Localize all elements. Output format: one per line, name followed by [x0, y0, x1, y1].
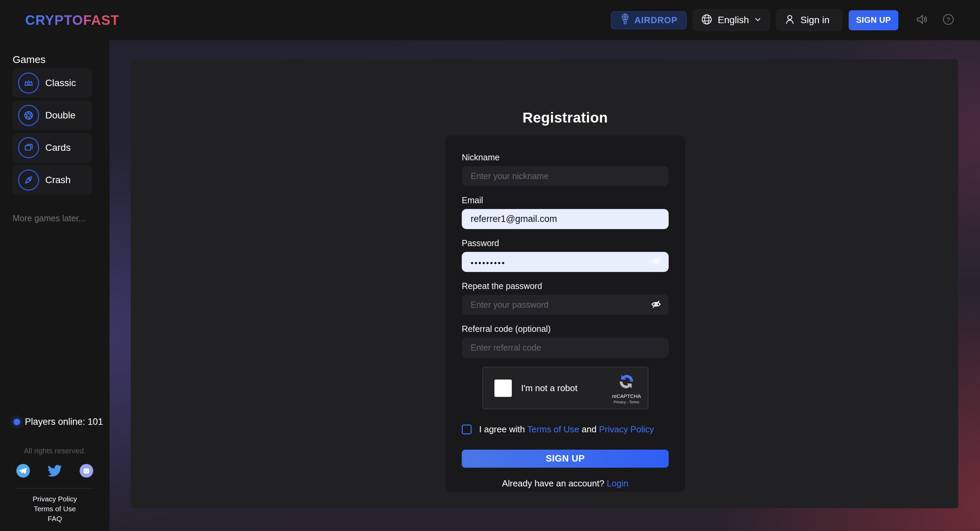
sidebar-item-label: Crash [45, 175, 71, 185]
email-group: Email [462, 195, 669, 229]
page-title: Registration [522, 110, 608, 126]
eye-off-icon[interactable] [650, 256, 662, 269]
recaptcha-privacy-terms[interactable]: Privacy - Terms [612, 400, 641, 404]
login-prompt: Already have an account? [502, 478, 607, 488]
header-actions: AIRDROP English [611, 9, 955, 31]
nickname-label: Nickname [462, 153, 669, 163]
password-field[interactable] [462, 252, 669, 272]
sidebar-item-crash[interactable]: Crash [13, 166, 92, 195]
privacy-policy-link[interactable]: Privacy Policy [0, 494, 110, 504]
players-online-label: Players online: 101 [25, 417, 103, 427]
sign-up-submit-button[interactable]: SIGN UP [462, 450, 669, 468]
password-group: Password [462, 238, 669, 272]
sidebar: Games Classic Double Cards [0, 40, 110, 531]
brand-part2: FAST [83, 13, 119, 27]
agree-prefix: I agree with [479, 424, 527, 434]
repeat-password-label: Repeat the password [462, 281, 669, 291]
recaptcha-brand: reCAPTCHA [612, 393, 641, 399]
globe-icon [701, 13, 713, 27]
sidebar-item-label: Classic [45, 78, 76, 88]
email-field[interactable] [462, 209, 669, 229]
sidebar-item-label: Cards [45, 142, 71, 153]
agree-text: I agree with Terms of Use and Privacy Po… [479, 424, 654, 435]
user-icon [784, 14, 795, 27]
language-label: English [718, 14, 749, 26]
help-icon[interactable]: ? [942, 13, 955, 27]
sidebar-item-classic[interactable]: Classic [13, 69, 92, 98]
rocket-icon [18, 169, 39, 191]
registration-card: Nickname Email Password [445, 136, 685, 492]
recaptcha-label: I'm not a robot [521, 383, 578, 394]
language-selector[interactable]: English [692, 9, 770, 31]
email-label: Email [462, 195, 669, 205]
sign-in-label: Sign in [800, 14, 830, 26]
agree-checkbox[interactable] [462, 424, 472, 434]
games-heading: Games [13, 54, 110, 65]
airdrop-button[interactable]: AIRDROP [611, 11, 687, 29]
rights-reserved: All rights reserved. [0, 446, 110, 455]
chip-icon [18, 105, 39, 126]
repeat-password-field[interactable] [462, 295, 669, 315]
nickname-input[interactable] [462, 166, 669, 186]
sidebar-divider [16, 488, 94, 488]
chevron-down-icon [754, 15, 762, 25]
social-links [0, 464, 110, 479]
players-online: Players online: 101 [14, 417, 110, 427]
cards-icon [18, 137, 39, 158]
nickname-group: Nickname [462, 153, 669, 186]
faq-link[interactable]: FAQ [0, 513, 110, 523]
top-bar: CRYPTOFAST AIRDROP English [0, 0, 980, 40]
recaptcha-logo-icon [617, 386, 636, 392]
recaptcha-checkbox[interactable] [495, 380, 512, 397]
recaptcha-brand-block: reCAPTCHA Privacy - Terms [612, 372, 641, 404]
terms-of-use-link[interactable]: Terms of Use [0, 504, 110, 513]
login-line: Already have an account? Login [462, 478, 669, 489]
sidebar-links: Privacy Policy Terms of Use FAQ [0, 494, 110, 523]
telegram-icon[interactable] [16, 464, 30, 479]
sidebar-footer: Players online: 101 All rights reserved. [0, 417, 110, 531]
brand-logo[interactable]: CRYPTOFAST [25, 13, 119, 28]
repeat-password-group: Repeat the password [462, 281, 669, 315]
eye-off-icon[interactable] [650, 298, 662, 311]
terms-of-use-link[interactable]: Terms of Use [527, 424, 579, 434]
sound-icon[interactable] [915, 13, 929, 27]
brand-part1: CRYPTO [25, 13, 83, 27]
main-content: Registration Nickname Email Password [110, 40, 980, 531]
password-label: Password [462, 238, 669, 248]
crown-icon [18, 72, 39, 94]
online-dot [14, 419, 20, 425]
recaptcha-widget: I'm not a robot reCAPTCHA Privacy - Term… [482, 367, 648, 409]
more-games-note: More games later... [13, 214, 110, 223]
discord-icon[interactable] [80, 464, 93, 479]
sign-in-button[interactable]: Sign in [776, 9, 843, 31]
main-panel: Registration Nickname Email Password [130, 59, 958, 508]
sidebar-item-label: Double [45, 110, 76, 121]
sidebar-item-double[interactable]: Double [13, 101, 92, 130]
privacy-policy-link[interactable]: Privacy Policy [599, 424, 654, 434]
agree-middle: and [579, 424, 599, 434]
sign-up-header-button[interactable]: SIGN UP [849, 10, 898, 30]
referral-group: Referral code (optional) [462, 324, 669, 358]
balloon-icon [620, 13, 630, 27]
agree-row: I agree with Terms of Use and Privacy Po… [462, 424, 669, 435]
referral-label: Referral code (optional) [462, 324, 669, 334]
twitter-icon[interactable] [48, 464, 62, 479]
sidebar-item-cards[interactable]: Cards [13, 133, 92, 163]
airdrop-label: AIRDROP [634, 15, 678, 26]
login-link[interactable]: Login [607, 478, 628, 488]
svg-text:?: ? [946, 16, 950, 23]
referral-input[interactable] [462, 338, 669, 358]
